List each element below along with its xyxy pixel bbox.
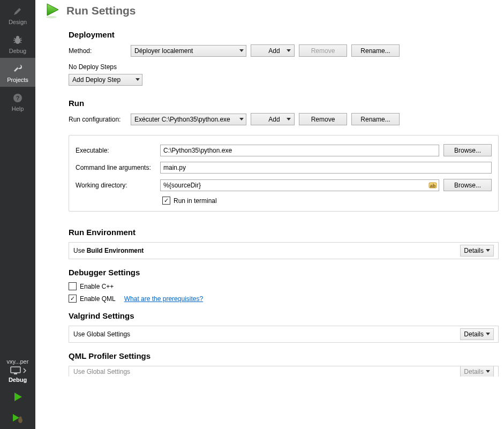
play-bug-icon (11, 412, 25, 425)
browse-wd-button[interactable]: Browse... (443, 179, 492, 191)
valgrind-bar: Use Global Settings Details (69, 326, 499, 343)
config-name: Debug (9, 377, 27, 383)
qmlprof-bar: Use Global Settings Details (69, 366, 499, 377)
play-icon (11, 390, 24, 403)
project-name: vxy...per (7, 358, 29, 365)
run-env-details-button[interactable]: Details (460, 245, 494, 257)
run-button[interactable] (0, 386, 35, 408)
chevron-down-icon (239, 118, 244, 121)
run-env-bar: Use Build Environment Details (69, 242, 499, 259)
deployment-section: Deployment Method: Déployer localement A… (69, 30, 499, 86)
select-value: Exécuter C:\Python35\python.exe (134, 116, 230, 123)
enable-qml-label: Enable QML (80, 295, 116, 303)
svg-line-5 (20, 38, 21, 39)
args-label: Command line arguments: (76, 164, 156, 171)
executable-label: Executable: (76, 147, 156, 154)
qmlprof-value: Use Global Settings (73, 368, 460, 375)
svg-text:?: ? (16, 95, 20, 101)
args-input[interactable] (160, 162, 492, 174)
sidebar-label: Projects (7, 77, 28, 83)
executable-input[interactable] (160, 145, 439, 156)
no-deploy-steps-label: No Deploy Steps (69, 63, 499, 71)
chevron-down-icon (486, 249, 490, 252)
bug-icon (11, 34, 24, 47)
svg-rect-10 (11, 367, 20, 373)
deployment-method-select[interactable]: Déployer localement (131, 45, 246, 57)
sidebar-item-design[interactable]: Design (0, 0, 35, 29)
enable-cpp-label: Enable C++ (80, 283, 114, 290)
enable-cpp-checkbox[interactable] (69, 282, 77, 290)
main-content: Run Settings Deployment Method: Déployer… (35, 0, 504, 429)
run-terminal-checkbox[interactable]: ✓ (162, 197, 170, 205)
working-dir-input[interactable] (160, 179, 439, 191)
left-sidebar: Design Debug Projects ? Help vxy...per D… (0, 0, 35, 429)
help-icon: ? (11, 92, 24, 104)
sidebar-item-debug[interactable]: Debug (0, 29, 35, 58)
section-title-debugger: Debugger Settings (69, 268, 499, 277)
section-title-qmlprof: QML Profiler Settings (69, 351, 499, 360)
debugger-section: Debugger Settings Enable C++ ✓ Enable QM… (69, 268, 499, 303)
deployment-remove-button[interactable]: Remove (299, 44, 347, 57)
svg-point-14 (46, 16, 57, 18)
chevron-down-icon (287, 49, 291, 52)
sidebar-label: Debug (9, 48, 26, 54)
chevron-down-icon (239, 49, 244, 52)
svg-text:ab: ab (430, 183, 436, 189)
wd-label: Working directory: (76, 182, 156, 189)
wrench-icon (11, 63, 24, 76)
run-config-select[interactable]: Exécuter C:\Python35\python.exe (131, 114, 246, 125)
monitor-icon (10, 366, 21, 375)
section-title-run-env: Run Environment (69, 228, 499, 237)
run-section: Run Run configuration: Exécuter C:\Pytho… (69, 99, 499, 212)
add-deploy-step-button[interactable]: Add Deploy Step (69, 74, 142, 86)
browse-executable-button[interactable]: Browse... (443, 144, 492, 156)
run-add-button[interactable]: Add (251, 113, 295, 125)
qmlprof-details-button[interactable]: Details (460, 366, 494, 377)
svg-line-4 (14, 38, 16, 39)
enable-qml-checkbox[interactable]: ✓ (69, 295, 77, 303)
section-title-valgrind: Valgrind Settings (69, 311, 499, 320)
svg-line-7 (20, 42, 21, 43)
run-terminal-label: Run in terminal (174, 197, 217, 205)
prerequisites-link[interactable]: What are the prerequisites? (124, 295, 203, 303)
chevron-down-icon (136, 78, 140, 81)
svg-point-1 (16, 36, 19, 39)
section-title-run: Run (69, 99, 499, 108)
sidebar-label: Design (9, 19, 27, 25)
debug-run-button[interactable] (0, 408, 35, 429)
run-panel: Executable: Browse... Command line argum… (69, 135, 499, 212)
run-target-selector[interactable]: vxy...per Debug (0, 355, 35, 386)
page-header: Run Settings (44, 0, 499, 21)
sidebar-item-projects[interactable]: Projects (0, 58, 35, 87)
deployment-rename-button[interactable]: Rename... (351, 44, 400, 57)
valgrind-value: Use Global Settings (73, 330, 460, 338)
run-environment-section: Run Environment Use Build Environment De… (69, 228, 499, 259)
svg-point-13 (19, 417, 22, 419)
qml-profiler-section: QML Profiler Settings Use Global Setting… (69, 351, 499, 377)
svg-line-6 (14, 42, 16, 43)
chevron-down-icon (287, 118, 291, 121)
run-play-icon (44, 2, 61, 19)
sidebar-label: Help (12, 106, 24, 112)
deployment-add-button[interactable]: Add (251, 44, 295, 57)
select-value: Déployer localement (134, 47, 193, 55)
run-config-label: Run configuration: (69, 116, 126, 123)
variable-icon[interactable]: ab (428, 181, 437, 190)
page-title: Run Settings (66, 4, 136, 17)
valgrind-section: Valgrind Settings Use Global Settings De… (69, 311, 499, 343)
valgrind-details-button[interactable]: Details (460, 328, 494, 340)
chevron-down-icon (486, 370, 490, 373)
sidebar-item-help[interactable]: ? Help (0, 87, 35, 116)
run-remove-button[interactable]: Remove (299, 113, 347, 125)
method-label: Method: (69, 47, 126, 55)
section-title-deployment: Deployment (69, 30, 499, 39)
pencil-icon (11, 5, 24, 18)
chevron-down-icon (486, 333, 490, 336)
chevron-right-icon (23, 368, 26, 373)
run-env-label: Use Build Environment (73, 247, 460, 254)
svg-rect-11 (14, 373, 17, 374)
run-rename-button[interactable]: Rename... (351, 113, 400, 125)
